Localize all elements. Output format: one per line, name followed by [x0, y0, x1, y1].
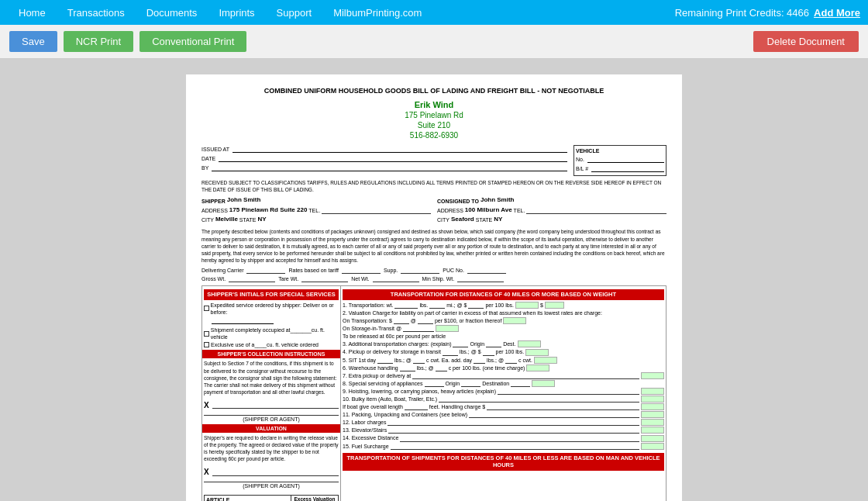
doc-address1: 175 Pinelawn Rd: [202, 110, 666, 120]
exclusive-use-row: Exclusive use of a____cu. ft. vehicle or…: [204, 341, 339, 348]
doc-phone: 516-882-6930: [202, 130, 666, 140]
city-label-left: CITY: [202, 216, 214, 223]
valuation-signature-line: [212, 468, 339, 476]
signature-line: [212, 401, 339, 409]
transport-item-9: 9. Hoisting, lowering, or carrying piano…: [343, 388, 664, 395]
doc-title: COMBINED UNIFORM HOUSEHOLD GOODS BILL OF…: [202, 87, 666, 96]
transport-item-6: 6. Warehouse handling lbs.; @ c per 100 …: [343, 365, 664, 371]
left-column: SHIPPER'S INITIALS FOR SPECIAL SERVICES …: [202, 285, 341, 501]
shipper-state: NY: [257, 216, 266, 223]
transport-item-5: 5. SIT 1st day lbs.; @ c cwt. Ea. add. d…: [343, 357, 664, 364]
nav-imprints[interactable]: Imprints: [208, 0, 265, 25]
shipment-occupied-checkbox[interactable]: [204, 331, 209, 337]
add-more-link[interactable]: Add More: [814, 7, 860, 19]
shipper-name: John Smith: [227, 196, 261, 204]
nav-right: Remaining Print Credits: 4466 Add More: [675, 7, 860, 19]
bl-field: [591, 164, 664, 172]
transport-item-2c: To be released at 60c per pound per arti…: [343, 333, 664, 340]
shipper-address: 175 Pinelawn Rd Suite 220: [229, 206, 307, 214]
transport-item-10b: If boat give overall length feet. Handli…: [343, 403, 664, 410]
date-label: DATE: [202, 155, 215, 162]
consigned-address: 100 Milburn Ave: [465, 206, 512, 214]
transport-item-14: 14. Excessive Distance: [343, 434, 664, 441]
toolbar-left: Save NCR Print Conventional Print: [9, 31, 246, 52]
rates-label: Rates based on tariff: [288, 267, 338, 274]
consigned-to-label: CONSIGNED TO: [437, 198, 479, 205]
ncr-print-button[interactable]: NCR Print: [64, 31, 134, 52]
net-wt-label: Net Wt.: [351, 275, 369, 282]
net-wt-field: [373, 275, 419, 282]
x-sign: X: [204, 400, 209, 410]
address-label-right: ADDRESS: [437, 207, 463, 214]
transport-item-10: 10. Bulky item (Auto, Boat, Trailer, Etc…: [343, 396, 664, 403]
issued-at-field: [232, 145, 567, 153]
by-field: [212, 164, 567, 171]
transport-header: TRANSPORTATION FOR DISTANCES OF 40 MILES…: [343, 289, 664, 300]
tel-label-left: TEL.: [308, 207, 320, 214]
gross-wt-field: [229, 275, 275, 282]
deliver-by-line: [212, 316, 339, 324]
state-label-left: STATE: [239, 216, 257, 223]
main-content: COMBINED UNIFORM HOUSEHOLD GOODS BILL OF…: [0, 59, 868, 501]
supp-label: Supp.: [384, 267, 398, 274]
shipper-tel-field: [322, 206, 431, 214]
nav-transactions[interactable]: Transactions: [57, 0, 136, 25]
consigned-tel-field: [526, 206, 666, 214]
valuation-x-sign: X: [204, 467, 209, 477]
article-table: ARTICLE Excess Valuation: [204, 495, 339, 501]
tare-wt-label: Tare Wt.: [278, 275, 298, 282]
supp-field: [401, 267, 439, 274]
issued-at-label: ISSUED AT: [202, 146, 229, 153]
excess-valuation-header: Excess Valuation: [291, 496, 338, 501]
rates-row: Delivering Carrier Rates based on tariff…: [202, 267, 666, 274]
nav-support[interactable]: Support: [266, 0, 323, 25]
conventional-print-button[interactable]: Conventional Print: [140, 31, 246, 52]
expedited-label: Expedited service ordered by shipper: De…: [211, 302, 339, 316]
right-column: TRANSPORTATION FOR DISTANCES OF 40 MILES…: [341, 285, 666, 501]
exclusive-use-checkbox[interactable]: [204, 342, 209, 347]
puc-field: [467, 267, 506, 274]
two-col-section: SHIPPER'S INITIALS FOR SPECIAL SERVICES …: [202, 285, 666, 501]
collection-header: SHIPPER'S COLLECTION INSTRUCTIONS: [202, 350, 340, 358]
puc-label: PUC No.: [443, 267, 464, 274]
bl-label: B/L #: [576, 165, 588, 172]
shipper-consignee-row: SHIPPER John Smith ADDRESS 175 Pinelawn …: [202, 196, 666, 225]
save-button[interactable]: Save: [9, 31, 57, 52]
no-label: No.: [576, 156, 584, 163]
shipper-city: Melville: [215, 216, 238, 223]
toolbar: Save NCR Print Conventional Print Delete…: [0, 25, 868, 59]
transport-bottom-header: TRANSPORTATION OF SHIPMENTS FOR DISTANCE…: [343, 453, 664, 472]
deliver-date-field: [212, 316, 274, 324]
address-label-left: ADDRESS: [202, 207, 228, 214]
delete-document-button[interactable]: Delete Document: [753, 31, 859, 52]
transport-item-11: 11. Packing, Unpacking and Containers (s…: [343, 411, 664, 418]
valuation-header: VALUATION: [202, 424, 340, 433]
transport-item-7: 7. Extra pickup or delivery at: [343, 372, 664, 379]
transport-item-13: 13. Elevator/Stairs: [343, 427, 664, 434]
delivering-carrier-label: Delivering Carrier: [202, 267, 243, 274]
tare-wt-field: [301, 275, 348, 282]
transport-item-1: 1. Transportation: wt. lbs. mi.; @ $ per…: [343, 302, 664, 309]
expedited-checkbox[interactable]: [204, 306, 209, 311]
nav-links: Home Transactions Documents Imprints Sup…: [8, 0, 432, 25]
shippers-initials-header: SHIPPER'S INITIALS FOR SPECIAL SERVICES: [204, 289, 339, 300]
nav-documents[interactable]: Documents: [136, 0, 208, 25]
gross-row: Gross Wt. Tare Wt. Net Wt. Min Ship. Wt.: [202, 275, 666, 282]
nav-milbum[interactable]: MilbumPrinting.com: [322, 0, 432, 25]
transport-item-3: 3. Additional transportation charges: (e…: [343, 340, 664, 347]
min-ship-field: [457, 275, 504, 282]
article-col-header: ARTICLE: [205, 496, 291, 501]
date-field: [219, 154, 567, 162]
shipment-occupied-row: Shipment completely occupied at_______cu…: [204, 327, 339, 340]
transport-item-15: 15. Fuel Surcharge: [343, 443, 664, 450]
shipment-occupied-label: Shipment completely occupied at_______cu…: [211, 327, 339, 340]
nav-home[interactable]: Home: [8, 0, 57, 25]
transport-item-8: 8. Special servicing of appliances Origi…: [343, 380, 664, 387]
vehicle-label: VEHICLE: [576, 147, 664, 154]
received-text: RECEIVED SUBJECT TO CLASSIFICATIONS TARI…: [202, 179, 666, 193]
valuation-sign-row: X: [204, 467, 339, 477]
gross-wt-label: Gross Wt.: [202, 275, 226, 282]
expedited-checkbox-row: Expedited service ordered by shipper: De…: [204, 302, 339, 316]
state-label-right: STATE: [476, 216, 493, 223]
shipper-agent-label: (SHIPPER OR AGENT): [204, 415, 339, 423]
